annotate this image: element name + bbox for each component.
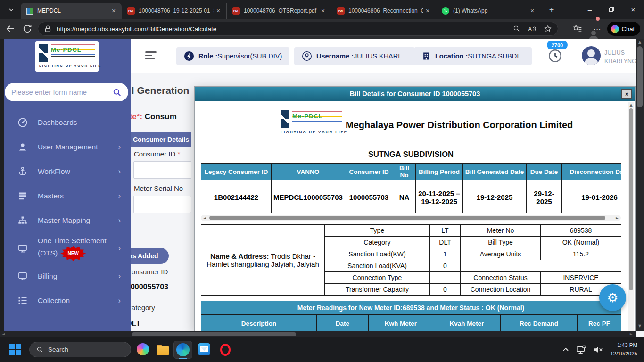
browser-tab[interactable]: MEPDCL× <box>21 3 122 19</box>
network-display-icon[interactable] <box>576 345 586 354</box>
window-restore-button[interactable] <box>601 0 622 19</box>
detail-label: Meter No <box>461 225 541 237</box>
tab-close-icon[interactable]: × <box>423 7 432 15</box>
page-scroll-right-icon[interactable]: ► <box>630 332 633 336</box>
consumer-id-input[interactable] <box>133 161 191 179</box>
sidebar-logo: Me-PDCL LIGHTING UP YOUR LIFE <box>35 41 99 72</box>
subdivision-title: SUTNGA SUBDIVISION <box>201 150 621 159</box>
tab-close-icon[interactable]: × <box>109 7 118 15</box>
sidebar-item-one-time-settlement-ots[interactable]: One Time Settlement (OTS)NEW› <box>4 233 131 264</box>
sidebar-item-label: WorkFlow <box>38 164 118 180</box>
consumer-details-table: Name & Address: Trodis Dkhar - Hamlet sh… <box>201 224 621 296</box>
scroll-left-icon[interactable]: ◄ <box>201 215 208 221</box>
modal-close-button[interactable]: × <box>621 89 632 99</box>
taskbar-search[interactable]: Search <box>29 342 131 357</box>
username-badge: Username :JULIUS KHARL... <box>294 47 415 65</box>
copilot-taskbar-icon[interactable] <box>137 343 150 356</box>
hscroll-thumb[interactable] <box>209 216 605 220</box>
sidebar-item-master-mapping[interactable]: Master Mapping› <box>4 208 131 233</box>
bill-summary-table: Legacy Consumer IDVANNOConsumer IDBill N… <box>201 163 621 213</box>
page-horizontal-scrollbar[interactable]: ◄ ► <box>0 331 636 337</box>
bill-table-cell: 29-12-2025 <box>527 180 562 214</box>
volume-muted-icon[interactable] <box>593 345 603 354</box>
page-vscroll-thumb[interactable] <box>637 46 643 107</box>
sidebar-item-workflow[interactable]: WorkFlow› <box>4 159 131 184</box>
bill-table-horizontal-scrollbar[interactable]: ◄ ► <box>201 215 621 221</box>
edge-browser-icon[interactable] <box>176 343 190 356</box>
browser-tab[interactable]: PDF1000046806_Reconnection_Con× <box>331 3 436 19</box>
page-vertical-scrollbar[interactable]: ▲ ▼ <box>636 39 644 331</box>
chevron-right-icon: › <box>118 296 121 305</box>
bill-table-cell: 19-01-2026 <box>562 180 621 214</box>
search-icon[interactable] <box>112 88 122 97</box>
sidebar-item-dashboards[interactable]: Dashboards <box>4 110 131 135</box>
file-explorer-icon[interactable] <box>157 343 170 356</box>
meter-table-header: Kvah Meter <box>433 315 501 332</box>
dashboard-icon <box>17 117 28 128</box>
url-text[interactable]: https://mepdcl.ubs.ieasybill.com/BillGen… <box>57 25 512 33</box>
sidebar-item-user-management[interactable]: User Management› <box>4 135 131 159</box>
meter-serial-label: Meter Serial No <box>134 184 183 192</box>
form-search-input[interactable] <box>11 88 112 96</box>
modal-vertical-scrollbar[interactable]: ▲ <box>628 102 634 331</box>
back-button[interactable] <box>5 23 16 34</box>
refresh-button[interactable] <box>22 23 33 34</box>
user-circle-icon <box>302 51 312 61</box>
page-scroll-down-icon[interactable]: ▼ <box>636 324 644 328</box>
favorite-star-icon[interactable] <box>544 25 552 33</box>
user-avatar[interactable] <box>582 46 601 65</box>
detail-value: LT <box>430 225 461 237</box>
sidebar-item-collection[interactable]: Collection› <box>4 288 131 313</box>
tab-close-icon[interactable]: × <box>528 7 537 15</box>
address-bar[interactable]: https://mepdcl.ubs.ieasybill.com/BillGen… <box>38 22 558 36</box>
name-address-cell: Name & Address: Trodis Dkhar - Hamlet sh… <box>201 225 325 296</box>
scroll-right-icon[interactable]: ► <box>614 215 620 221</box>
chevron-right-icon: › <box>118 167 121 176</box>
detail-value: 0 <box>430 260 461 272</box>
masters-icon <box>17 190 28 202</box>
browser-tab[interactable]: PDF1000048706_19-12-2025 01_32× <box>122 3 226 19</box>
form-search-box[interactable] <box>5 83 128 101</box>
meter-readings-title: Meter Readings for New Meter ID:689538 a… <box>201 301 621 314</box>
sidebar-item-label: Master Mapping <box>38 213 118 229</box>
meter-serial-input[interactable] <box>133 196 191 213</box>
pdf-file-icon: PDF <box>337 7 345 15</box>
building-icon <box>421 51 431 61</box>
settings-fab-button[interactable]: ⚙ <box>599 284 626 311</box>
bill-table-cell: 1000055703 <box>345 180 393 214</box>
start-button[interactable] <box>9 344 21 355</box>
taskbar-clock[interactable]: 1:43 PM 12/19/2025 <box>610 341 637 358</box>
sidebar-toggle-icon[interactable] <box>145 51 157 60</box>
read-aloud-icon[interactable]: A <box>528 25 537 33</box>
sidebar-item-masters[interactable]: Masters› <box>4 184 131 208</box>
sidebar-item-label: Collection <box>38 293 118 309</box>
favorites-bar-icon[interactable] <box>573 24 582 33</box>
page-scroll-up-icon[interactable]: ▲ <box>636 40 644 44</box>
sidebar-item-billing[interactable]: Billing› <box>4 264 131 288</box>
session-timer[interactable]: 2700 <box>547 41 573 67</box>
bill-table-cell: 19-12-2025 <box>463 180 527 214</box>
browser-tab[interactable]: PDF1000048706_OTSReport.pdf× <box>226 3 331 19</box>
chevron-right-icon: › <box>118 192 121 200</box>
new-tab-button[interactable]: + <box>546 4 557 16</box>
tab-close-icon[interactable]: × <box>214 7 223 15</box>
window-close-button[interactable]: × <box>622 0 644 19</box>
tray-chevron-icon[interactable] <box>562 346 570 354</box>
browser-tab[interactable]: (1) WhatsApp× <box>436 3 540 19</box>
modal-vscroll-thumb[interactable] <box>629 108 633 290</box>
tab-close-icon[interactable]: × <box>319 7 327 15</box>
zoom-icon[interactable] <box>512 25 521 33</box>
copilot-chat-button[interactable]: Chat <box>607 22 640 36</box>
detail-value: 1 <box>430 248 461 260</box>
mail-icon[interactable] <box>198 343 211 356</box>
bill-table-header: VANNO <box>272 164 345 180</box>
detail-value: 689538 <box>541 225 621 237</box>
tab-search-chevron-icon[interactable] <box>5 4 18 16</box>
scroll-up-icon[interactable]: ▲ <box>628 102 634 107</box>
window-minimize-button[interactable]: – <box>579 0 601 19</box>
sidebar-item-label: Dashboards <box>38 115 121 131</box>
page-hscroll-thumb[interactable] <box>132 332 296 336</box>
tab-title: 1000046806_Reconnection_Con <box>348 8 423 14</box>
page-scroll-left-icon[interactable]: ◄ <box>2 332 5 336</box>
opera-icon[interactable] <box>219 343 232 356</box>
